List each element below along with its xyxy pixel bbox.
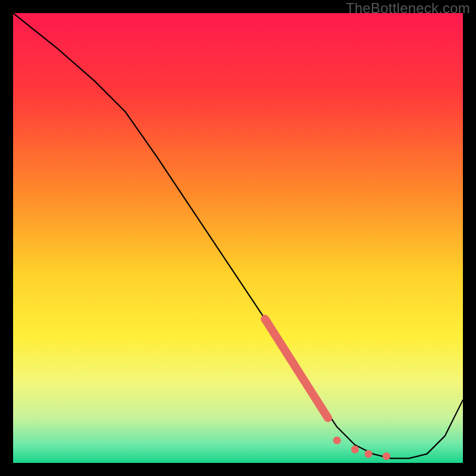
highlight-dot: [333, 437, 341, 444]
chart-stage: TheBottleneck.com: [0, 0, 476, 476]
highlight-dot: [383, 452, 390, 460]
chart-svg: [13, 13, 463, 463]
highlight-dot: [365, 450, 372, 458]
watermark-text: TheBottleneck.com: [346, 0, 470, 17]
highlight-dot: [351, 446, 359, 453]
gradient-background: [13, 13, 463, 463]
plot-area: [13, 13, 463, 463]
